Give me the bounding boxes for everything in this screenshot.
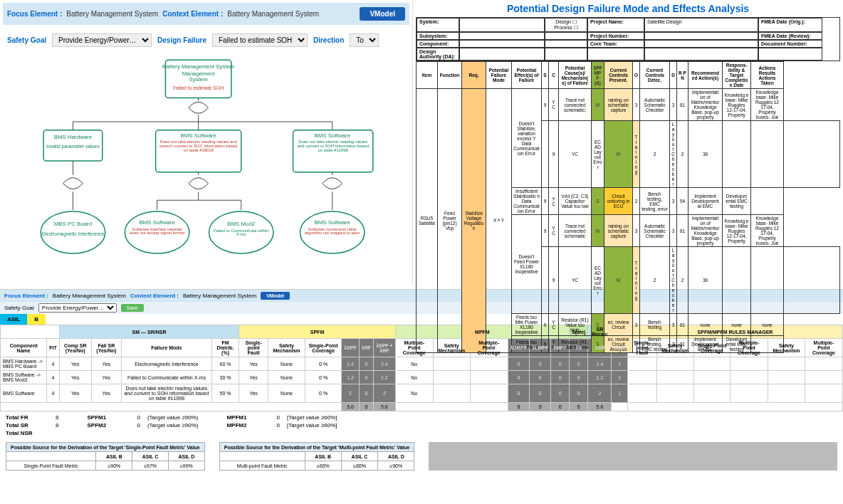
fmea-header-grid: System:Design ☐ Process ☐Project Name:Sa…	[416, 17, 840, 61]
filter-bar: Safety Goal Provide Energy/Power… Design…	[3, 31, 409, 50]
context-value: Battery Management System	[227, 10, 319, 18]
svg-text:System: System	[189, 76, 209, 83]
svg-text:BMS Software: BMS Software	[315, 132, 351, 139]
svg-text:Invalid parameter values: Invalid parameter values	[46, 144, 100, 149]
fmea-table: Item FunctionReq. Potential Failure Mode…	[416, 61, 840, 353]
direction-select[interactable]: To	[350, 33, 379, 47]
metric-row: BMS Hardware -> MBS PC Board4YesYesElect…	[1, 357, 843, 371]
bottom-vmodel-button[interactable]: VModel	[261, 292, 290, 300]
svg-text:BMS Software: BMS Software	[315, 219, 351, 226]
focus-context-bar: Focus Element : Battery Management Syste…	[3, 3, 409, 25]
totals-panel: Total FR8 Total SR8 Total NSR SPFM10(Tar…	[0, 411, 843, 439]
root-title: Battery Management System	[162, 63, 235, 70]
svg-text:MBS PC Board: MBS PC Board	[54, 221, 92, 227]
context-label: Context Element :	[162, 10, 223, 18]
src-table-mpf: Possible Source for the Derivation of th…	[219, 442, 415, 471]
svg-text:BMS Software: BMS Software	[139, 219, 175, 226]
root-failure: Failed to estimate SOH	[173, 85, 224, 90]
metric-row: BMS Software4YesYesDoes not take electri…	[1, 384, 843, 403]
svg-text:BMS Software: BMS Software	[181, 132, 217, 139]
source-tables: Possible Source for the Derivation of th…	[0, 439, 843, 473]
focus-label: Focus Element :	[7, 10, 62, 18]
svg-text:Electromagnetic Interference: Electromagnetic Interference	[41, 231, 104, 237]
metric-row: BMS Software -> BMS Mod24YesYesFailed to…	[1, 371, 843, 384]
svg-text:BMS Hardware: BMS Hardware	[54, 134, 93, 140]
direction-label: Direction	[313, 36, 344, 44]
safety-goal-select[interactable]: Provide Energy/Power…	[52, 33, 152, 47]
safety-goal-label: Safety Goal	[7, 36, 46, 44]
design-failure-select[interactable]: Failed to estimate SOH	[212, 33, 308, 47]
design-failure-label: Design Failure	[157, 36, 206, 44]
save-button[interactable]: Save	[121, 304, 144, 312]
fmea-row: RSU5 SatelliteFeed Power (pin12) VbpStab…	[417, 89, 840, 121]
fmea-title: Potential Design Failure Mode and Effect…	[416, 3, 840, 14]
svg-text:BMS Mod2: BMS Mod2	[227, 221, 255, 227]
fault-tree-diagram: Battery Management System ManagementSyst…	[3, 56, 409, 276]
vmodel-button[interactable]: VModel	[360, 7, 405, 21]
bottom-sg-select[interactable]: Provide Energy/Power…	[38, 303, 117, 313]
focus-value: Battery Management System	[66, 10, 158, 18]
src-table-spf: Possible Source for the Derivation of th…	[6, 442, 205, 471]
